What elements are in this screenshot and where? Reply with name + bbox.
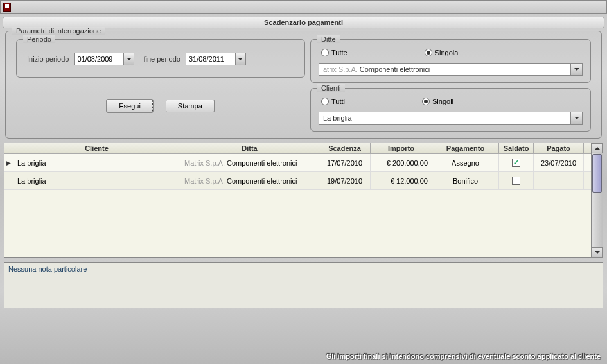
- ditte-tutte-radio[interactable]: Tutte: [321, 49, 347, 56]
- cell-ditta: Matrix S.p.A. Componenti elettronici: [180, 172, 319, 189]
- cell-saldato: [499, 172, 534, 189]
- table-row[interactable]: ▶La brigliaMatrix S.p.A. Componenti elet…: [4, 154, 591, 172]
- clienti-singoli-label: Singoli: [432, 98, 453, 105]
- col-scadenza[interactable]: Scadenza: [319, 143, 371, 153]
- col-pagamento[interactable]: Pagamento: [432, 143, 499, 153]
- clienti-legend: Clienti: [317, 84, 345, 92]
- cell-importo: € 12.000,00: [371, 172, 432, 189]
- scroll-up-btn[interactable]: [592, 143, 603, 153]
- ditte-tutte-label: Tutte: [331, 49, 347, 56]
- params-legend: Parametri di interrogazione: [12, 27, 105, 35]
- cell-pagamento: Assegno: [432, 154, 499, 171]
- clienti-combo-btn[interactable]: [571, 112, 583, 125]
- app-icon: [3, 3, 11, 12]
- scroll-thumb[interactable]: [592, 154, 602, 193]
- col-importo[interactable]: Importo: [371, 143, 432, 153]
- notes-panel: Nessuna nota particolare: [4, 262, 603, 308]
- cell-pagamento: Bonifico: [432, 172, 499, 189]
- ditte-panel: Ditte Tutte Singola atrix S.p.A.Componen…: [310, 39, 591, 83]
- footer-text: Gli importi finali si intendono comprens…: [326, 352, 601, 360]
- scroll-down-btn[interactable]: [592, 247, 603, 257]
- cell-pagato: 23/07/2010: [534, 154, 584, 171]
- fine-input[interactable]: [186, 53, 236, 65]
- saldato-checkbox[interactable]: [512, 177, 520, 185]
- saldato-checkbox[interactable]: ✓: [512, 159, 520, 167]
- table-row[interactable]: La brigliaMatrix S.p.A. Componenti elett…: [4, 172, 591, 190]
- clienti-combo[interactable]: La briglia: [319, 112, 571, 125]
- ditte-singola-label: Singola: [435, 49, 459, 56]
- fine-label: fine periodo: [143, 55, 180, 63]
- periodo-legend: Periodo: [23, 35, 55, 43]
- clienti-tutti-label: Tutti: [331, 98, 345, 105]
- clienti-singoli-radio[interactable]: Singoli: [422, 98, 453, 105]
- clienti-panel: Clienti Tutti Singoli La briglia: [310, 88, 591, 132]
- cell-pagato: [534, 172, 584, 189]
- cell-cliente: La briglia: [13, 172, 180, 189]
- clienti-tutti-radio[interactable]: Tutti: [321, 98, 345, 105]
- periodo-panel: Periodo Inizio periodo fine periodo: [16, 39, 305, 78]
- fine-dropdown-btn[interactable]: [236, 53, 246, 65]
- params-panel: Parametri di interrogazione Periodo Iniz…: [5, 31, 602, 139]
- cell-scadenza: 19/07/2010: [319, 172, 371, 189]
- ditte-legend: Ditte: [317, 35, 340, 43]
- cell-ditta: Matrix S.p.A. Componenti elettronici: [180, 154, 319, 171]
- grid-scrollbar[interactable]: [591, 143, 603, 257]
- esegui-button[interactable]: Esegui: [107, 100, 153, 112]
- inizio-dropdown-btn[interactable]: [124, 53, 134, 65]
- col-cliente[interactable]: Cliente: [13, 143, 180, 153]
- cell-scadenza: 17/07/2010: [319, 154, 371, 171]
- col-pagato[interactable]: Pagato: [534, 143, 584, 153]
- col-ditta[interactable]: Ditta: [180, 143, 319, 153]
- cell-importo: € 200.000,00: [371, 154, 432, 171]
- ditte-singola-radio[interactable]: Singola: [425, 49, 459, 56]
- row-marker: [4, 172, 13, 189]
- col-saldato[interactable]: Saldato: [499, 143, 534, 153]
- results-grid: Cliente Ditta Scadenza Importo Pagamento…: [4, 143, 603, 258]
- stampa-button[interactable]: Stampa: [166, 100, 215, 112]
- titlebar: [0, 0, 607, 14]
- inizio-label: Inizio periodo: [27, 55, 69, 63]
- row-marker: ▶: [4, 154, 13, 171]
- cell-saldato: ✓: [499, 154, 534, 171]
- ditte-combo-btn[interactable]: [571, 63, 583, 76]
- inizio-input[interactable]: [74, 53, 124, 65]
- cell-cliente: La briglia: [13, 154, 180, 171]
- grid-header: Cliente Ditta Scadenza Importo Pagamento…: [4, 143, 591, 154]
- ditte-combo[interactable]: atrix S.p.A.Componenti elettronici: [319, 63, 571, 76]
